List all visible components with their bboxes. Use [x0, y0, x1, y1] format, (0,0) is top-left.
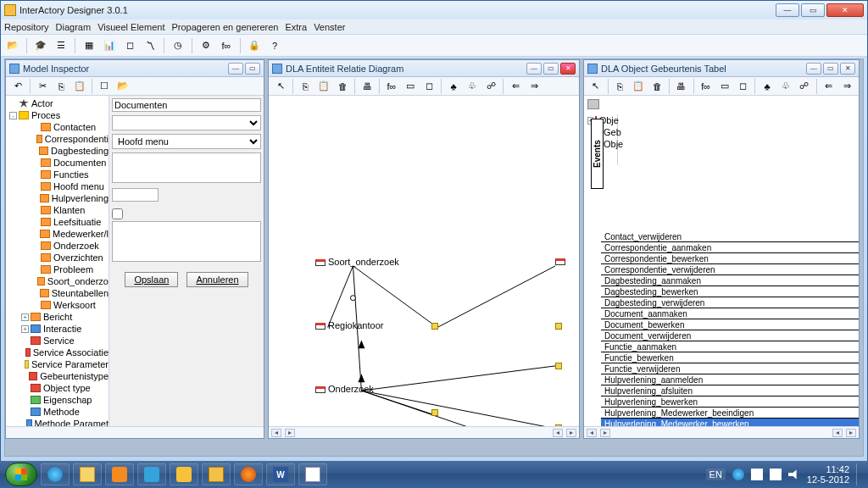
cancel-button[interactable]: Annuleren [186, 272, 248, 287]
gear-icon[interactable]: ⚙ [198, 37, 214, 54]
tree-item[interactable]: -Proces [6, 109, 108, 121]
close-button[interactable]: ✕ [826, 3, 864, 17]
erd-copy-icon[interactable]: ⎘ [297, 78, 314, 95]
ev-delete-icon[interactable]: 🗑 [648, 78, 665, 95]
events-titlebar[interactable]: DLA Object Gebeurtenis Tabel — ▭ ✕ [584, 60, 859, 77]
event-row[interactable]: Dagbesteding_aanmaken [601, 275, 859, 286]
ev-back-icon[interactable]: ⇐ [821, 78, 837, 95]
event-row[interactable]: Dagbesteding_bewerken [601, 286, 859, 297]
ev-print-icon[interactable]: 🖶 [673, 78, 690, 95]
task-paint-icon[interactable] [298, 463, 327, 485]
erd-fx-icon[interactable]: f∞ [383, 78, 400, 95]
erd-fwd-icon[interactable]: ⇒ [526, 78, 542, 95]
erd-box-icon[interactable]: ◻ [420, 78, 437, 95]
entity-soort-onderzoek[interactable]: Soort_onderzoek [315, 257, 399, 267]
copy-icon[interactable]: ⎘ [53, 78, 70, 95]
minimize-button[interactable]: — [776, 3, 799, 17]
tree-item[interactable]: Probleem [6, 263, 108, 275]
tree-item[interactable]: Correspondenti [6, 133, 108, 145]
tree-item[interactable]: Eigenschap [6, 394, 108, 406]
ev-link-icon[interactable]: ☍ [796, 78, 813, 95]
open2-icon[interactable]: 📂 [114, 78, 131, 95]
erd-close-button[interactable]: ✕ [560, 63, 576, 75]
ev-scroll-left2[interactable]: ◂ [832, 429, 843, 437]
event-row[interactable]: Contact_verwijderen [601, 231, 859, 242]
erd-link-icon[interactable]: ☍ [482, 78, 499, 95]
event-row[interactable]: Correspondentie_aanmaken [601, 242, 859, 253]
frame-icon[interactable]: ◻ [121, 37, 138, 54]
ev-paste-icon[interactable]: 📋 [631, 78, 648, 95]
tree-item[interactable]: +Bericht [6, 311, 108, 323]
tree-item[interactable]: Functies [6, 169, 108, 180]
menu-propageren[interactable]: Propageren en genereren [171, 22, 278, 32]
event-row[interactable]: Hulpverlening_Medewerker_bewerken [601, 419, 859, 426]
event-row[interactable]: Hulpverlening_Medewerker_beeindigen [601, 408, 859, 419]
tree-item[interactable]: Leefsituatie [6, 216, 108, 228]
ev-box-icon[interactable]: ◻ [734, 78, 751, 95]
textarea-2[interactable] [112, 221, 261, 262]
ev-card-icon[interactable]: ▭ [716, 78, 733, 95]
event-row[interactable]: Hulpverlening_afsluiten [601, 385, 859, 396]
erd-scroll-right[interactable]: ▸ [285, 429, 295, 437]
event-row[interactable]: Document_aanmaken [601, 308, 859, 319]
er-diagram-canvas[interactable]: Soort_onderzoek Regiokantoor Onderzoek L… [269, 96, 579, 426]
event-row[interactable]: Document_bewerken [601, 319, 859, 330]
menu-extra[interactable]: Extra [285, 22, 307, 32]
erd-card-icon[interactable]: ▭ [402, 78, 419, 95]
tray-clock[interactable]: 11:42 12-5-2012 [807, 464, 849, 485]
ev-fwd-icon[interactable]: ⇒ [838, 78, 855, 95]
event-row[interactable]: Document_verwijderen [601, 330, 859, 341]
entity-regiokantoor[interactable]: Regiokantoor [315, 320, 383, 330]
entity-onderzoek[interactable]: Onderzoek [315, 384, 374, 394]
ev-minimize-button[interactable]: — [806, 63, 821, 75]
erd-print-icon[interactable]: 🖶 [359, 78, 376, 95]
tree-item[interactable]: Werksoort [6, 299, 108, 311]
task-explorer-icon[interactable] [73, 463, 102, 485]
tree-item[interactable]: Onderzoek [6, 240, 108, 252]
maximize-button[interactable]: ▭ [801, 3, 825, 17]
ev-tree2-icon[interactable]: ♧ [777, 78, 794, 95]
table-icon[interactable]: 📊 [101, 37, 118, 54]
tree-item[interactable]: Steuntabellen [6, 287, 108, 299]
tree-item[interactable]: Overzichten [6, 252, 108, 263]
ev-tree1-icon[interactable]: ♣ [759, 78, 776, 95]
ev-scroll-right[interactable]: ▸ [600, 429, 610, 437]
dropdown-2[interactable]: Hoofd menu [112, 134, 261, 149]
open-icon[interactable]: 📂 [4, 37, 21, 54]
start-button[interactable] [5, 463, 37, 486]
tree-item[interactable]: Methode [6, 406, 108, 418]
event-row[interactable]: Correspondentie_verwijderen [601, 264, 859, 275]
er-diagram-titlebar[interactable]: DLA Entiteit Relatie Diagram — ▭ ✕ [269, 60, 579, 77]
model-inspector-titlebar[interactable]: Model Inspector — ▭ [6, 60, 264, 77]
erd-scroll-left[interactable]: ◂ [271, 429, 281, 437]
ev-close-button[interactable]: ✕ [840, 63, 855, 75]
ev-pointer-icon[interactable]: ↖ [587, 78, 604, 95]
task-firefox-icon[interactable] [234, 463, 263, 485]
erd-tree2-icon[interactable]: ♧ [464, 78, 481, 95]
show-desktop-button[interactable] [856, 463, 863, 485]
tree-item[interactable]: Medewerker/l [6, 228, 108, 240]
erd-minimize-button[interactable]: — [526, 63, 542, 75]
entity-right-1[interactable] [555, 257, 568, 266]
ev-copy-icon[interactable]: ⎘ [612, 78, 629, 95]
menu-visueel-element[interactable]: Visueel Element [97, 22, 164, 32]
port-3[interactable] [431, 409, 438, 416]
paste-icon[interactable]: 📋 [71, 78, 88, 95]
tree-item[interactable]: Service Parameter [6, 358, 108, 370]
menu-diagram[interactable]: Diagram [56, 22, 92, 32]
menu-repository[interactable]: Repository [4, 22, 49, 32]
erd-scroll-right2[interactable]: ▸ [566, 429, 576, 437]
help-icon[interactable]: ? [266, 37, 283, 54]
task-media-icon[interactable] [105, 463, 134, 485]
tree-item[interactable]: Object type [6, 382, 108, 394]
task-ie-icon[interactable] [41, 463, 70, 485]
tray-flag-icon[interactable] [751, 469, 763, 480]
dropdown-1[interactable] [112, 115, 261, 130]
tree-item[interactable]: Service [6, 335, 108, 347]
tree-item[interactable]: Dagbesteding [6, 145, 108, 157]
grid-icon[interactable]: ▦ [81, 37, 97, 54]
small-field[interactable] [112, 188, 159, 202]
event-row[interactable]: Correspondentie_bewerken [601, 253, 859, 264]
tray-network-icon[interactable] [770, 469, 782, 480]
ev-fx-icon[interactable]: f∞ [698, 78, 715, 95]
